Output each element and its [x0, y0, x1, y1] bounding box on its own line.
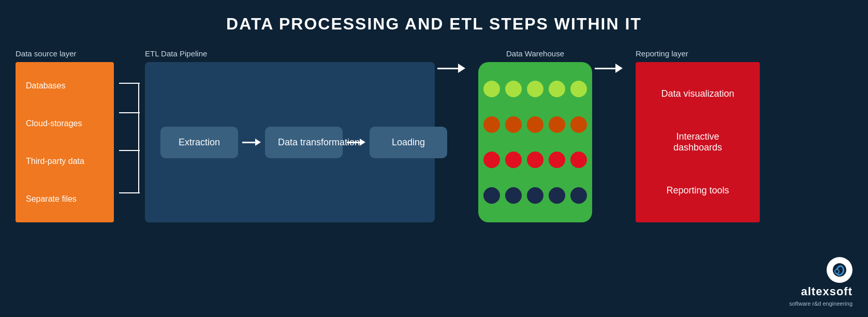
source-item-cloud: Cloud-storages	[26, 119, 104, 128]
page-title: DATA PROCESSING AND ETL STEPS WITHIN IT	[0, 0, 868, 34]
dot-navy-2	[505, 187, 522, 204]
dot-red-2	[505, 152, 522, 168]
dot-red-5	[570, 152, 587, 168]
reporting-section: Reporting layer Data visualization Inter…	[636, 49, 760, 222]
arrow-warehouse-reporting	[592, 64, 625, 73]
etl-step-transformation: Data transformation	[265, 127, 343, 158]
dot-red-1	[483, 152, 500, 168]
logo-svg	[832, 262, 847, 278]
source-layer-label: Data source layer	[16, 49, 77, 58]
reporting-box: Data visualization Interactive dashboard…	[636, 62, 760, 222]
dot-orange-3	[527, 116, 543, 133]
reporting-item-dashboards: Interactive dashboards	[651, 131, 744, 153]
etl-pipeline-bg: Extraction Data transformation Loading	[145, 62, 435, 222]
reporting-item-tools: Reporting tools	[666, 185, 729, 196]
logo-tagline: software r&d engineering	[789, 300, 852, 307]
dot-lime-5	[570, 81, 587, 97]
data-source-section: Data source layer Databases Cloud-storag…	[16, 49, 119, 222]
dot-orange-5	[570, 116, 587, 133]
dot-orange-1	[483, 116, 500, 133]
etl-step-extraction: Extraction	[160, 127, 238, 158]
dot-row-navy	[483, 187, 587, 204]
arrow-extraction-transform	[242, 139, 261, 146]
source-item-thirdparty: Third-party data	[26, 157, 104, 166]
warehouse-box	[478, 62, 592, 222]
source-box: Databases Cloud-storages Third-party dat…	[16, 62, 114, 222]
dot-lime-4	[549, 81, 565, 97]
etl-section: ETL Data Pipeline Extraction Data transf…	[145, 49, 435, 222]
svg-point-7	[835, 269, 839, 274]
logo-area: altexsoft software r&d engineering	[789, 257, 852, 307]
diagram-area: Data source layer Databases Cloud-storag…	[0, 39, 868, 224]
dot-red-3	[527, 152, 543, 168]
dot-row-orange	[483, 116, 587, 133]
dot-lime-1	[483, 81, 500, 97]
source-item-files: Separate files	[26, 194, 104, 204]
reporting-layer-label: Reporting layer	[636, 49, 688, 58]
dot-navy-1	[483, 187, 500, 204]
dot-lime-3	[527, 81, 543, 97]
etl-layer-label: ETL Data Pipeline	[145, 49, 207, 58]
etl-step-loading: Loading	[370, 127, 447, 158]
main-container: DATA PROCESSING AND ETL STEPS WITHIN IT …	[0, 0, 868, 224]
dot-lime-2	[505, 81, 522, 97]
arrow-etl-warehouse	[435, 64, 468, 73]
dot-navy-4	[549, 187, 565, 204]
dot-row-red	[483, 152, 587, 168]
dot-navy-5	[570, 187, 587, 204]
dot-row-lime	[483, 81, 587, 97]
source-item-databases: Databases	[26, 81, 104, 90]
dot-orange-4	[549, 116, 565, 133]
logo-name: altexsoft	[801, 285, 852, 298]
reporting-item-visualization: Data visualization	[661, 88, 734, 99]
dot-red-4	[549, 152, 565, 168]
dot-navy-3	[527, 187, 543, 204]
dot-orange-2	[505, 116, 522, 133]
warehouse-layer-label: Data Warehouse	[506, 49, 564, 58]
arrow-transform-loading	[347, 139, 365, 146]
altexsoft-logo-icon	[827, 257, 852, 283]
source-connectors-svg	[119, 64, 140, 224]
warehouse-section: Data Warehouse	[478, 49, 592, 222]
